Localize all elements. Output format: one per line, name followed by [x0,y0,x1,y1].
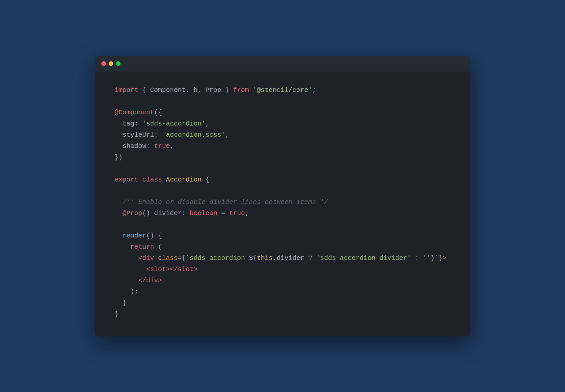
close-button[interactable] [101,61,106,66]
code-line-7: }) [115,152,450,163]
code-line-9: export class Accordion { [115,174,450,185]
code-line-5: styleUrl: 'accordion.scss', [115,129,450,141]
code-line-19: ); [115,286,450,297]
code-editor: import { Component, h, Prop } from '@ste… [95,71,470,336]
minimize-button[interactable] [109,61,113,66]
code-line-4: tag: 'sdds-accordion', [115,118,450,129]
code-line-21: } [115,309,450,320]
code-window: import { Component, h, Prop } from '@ste… [95,56,470,336]
code-line-16: <div class={`sdds-accordion ${this.divid… [115,253,450,264]
code-line-6: shadow: true, [115,141,450,152]
code-line-18: </div> [115,275,450,286]
maximize-button[interactable] [116,61,121,66]
code-line-20: } [115,297,450,309]
code-line-15: return ( [115,241,450,253]
code-line-8 [115,163,450,174]
code-line-3: @Component({ [115,107,450,118]
titlebar [95,56,470,71]
code-line-13 [115,219,450,230]
code-line-10 [115,185,450,197]
code-line-12: @Prop() divider: boolean = true; [115,208,450,219]
code-line-14: render() { [115,230,450,241]
code-line-17: <slot></slot> [115,264,450,275]
code-line-11: /** Enable or disable divider lines betw… [115,197,450,208]
code-line-1: import { Component, h, Prop } from '@ste… [115,85,450,96]
code-line-2 [115,96,450,107]
